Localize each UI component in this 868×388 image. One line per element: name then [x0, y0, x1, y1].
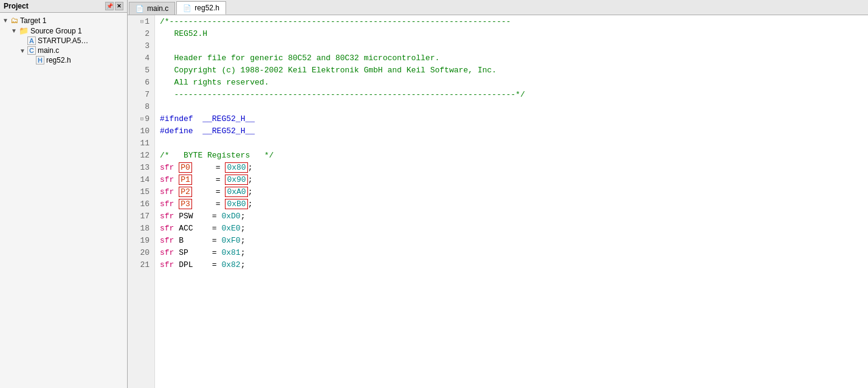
code-line-6: All rights reserved. — [160, 76, 863, 88]
code-line-19: sfr B = 0xF0; — [160, 234, 863, 246]
code-text: /*--------------------------------------… — [160, 17, 511, 26]
code-text: All rights reserved. — [160, 78, 269, 87]
tree-item-main-c[interactable]: ▼ C main.c — [0, 46, 127, 55]
code-hex-0x80: 0x80 — [225, 162, 247, 173]
code-text: #ifndef — [160, 114, 193, 123]
code-hex: 0x81 — [221, 248, 240, 257]
editor-area[interactable]: ⊟1 2 3 4 5 6 7 8 ⊟9 10 11 12 13 14 15 16 — [128, 15, 868, 388]
line-num-8: 8 — [128, 100, 154, 113]
code-hex: 0xF0 — [221, 236, 240, 245]
close-icon[interactable]: ✕ — [115, 2, 123, 10]
code-text: Copyright (c) 1988-2002 Keil Elektronik … — [160, 66, 497, 75]
code-text: DPL = — [174, 260, 221, 269]
code-text: REG52.H — [160, 29, 207, 38]
code-line-14: sfr P1 = 0x90; — [160, 173, 863, 185]
code-line-11 — [160, 137, 863, 149]
tab-label-reg52-h: reg52.h — [195, 4, 219, 12]
code-register-p1: P1 — [179, 175, 192, 185]
tree-item-startup[interactable]: A STARTUP.A5… — [0, 36, 127, 46]
tree-item-reg52-h[interactable]: H reg52.h — [0, 55, 127, 65]
line-num-18: 18 — [128, 222, 154, 234]
code-line-10: #define __REG52_H__ — [160, 125, 863, 137]
code-line-7: ----------------------------------------… — [160, 88, 863, 100]
code-register-p0: P0 — [179, 162, 192, 173]
line-num-1: ⊟1 — [128, 15, 154, 27]
line-num-19: 19 — [128, 234, 154, 246]
line-num-20: 20 — [128, 246, 154, 258]
code-text: ; — [241, 248, 246, 257]
code-text: PSW = — [174, 212, 221, 221]
line-num-14: 14 — [128, 173, 154, 185]
line-num-3: 3 — [128, 40, 154, 52]
line-num-7: 7 — [128, 88, 154, 100]
code-line-15: sfr P2 = 0xA0; — [160, 185, 863, 198]
code-text: #define — [160, 126, 193, 136]
tree-label-startup: STARTUP.A5… — [38, 36, 88, 45]
code-sfr: sfr — [160, 187, 174, 196]
code-text — [193, 126, 203, 136]
line-num-9: ⊟9 — [128, 113, 154, 125]
pin-icon[interactable]: 📌 — [105, 2, 114, 10]
code-content: /*--------------------------------------… — [155, 15, 868, 388]
code-hex: 0x82 — [221, 260, 240, 269]
line-num-16: 16 — [128, 198, 154, 210]
code-line-16: sfr P3 = 0xB0; — [160, 198, 863, 210]
tab-icon-main-c: 📄 — [136, 5, 144, 13]
code-text: ; — [248, 199, 253, 209]
tree-item-target1[interactable]: ▼ 🗂 Target 1 — [0, 15, 127, 26]
sidebar-title: Project — [4, 2, 29, 10]
code-text: /* BYTE Registers */ — [160, 151, 274, 160]
code-line-18: sfr ACC = 0xE0; — [160, 222, 863, 234]
file-icon-c: C — [27, 46, 36, 55]
code-text — [174, 199, 179, 209]
sidebar-header-icons: 📌 ✕ — [105, 2, 123, 10]
code-line-12: /* BYTE Registers */ — [160, 149, 863, 161]
line-num-2: 2 — [128, 27, 154, 40]
code-line-20: sfr SP = 0x81; — [160, 246, 863, 258]
code-text: ; — [241, 212, 246, 221]
project-tree: ▼ 🗂 Target 1 ▼ 📁 Source Group 1 A STARTU… — [0, 13, 127, 388]
tab-bar: 📄 main.c 📄 reg52.h — [128, 0, 868, 15]
code-sfr: sfr — [160, 248, 174, 257]
line-num-13: 13 — [128, 161, 154, 173]
line-numbers: ⊟1 2 3 4 5 6 7 8 ⊟9 10 11 12 13 14 15 16 — [128, 15, 155, 388]
code-line-21: sfr DPL = 0x82; — [160, 258, 863, 271]
expand-icon-sg: ▼ — [11, 27, 17, 34]
code-line-8 — [160, 100, 863, 113]
tab-icon-reg52-h: 📄 — [183, 4, 191, 12]
code-text: ; — [248, 163, 253, 172]
code-sfr: sfr — [160, 236, 174, 245]
code-sfr: sfr — [160, 163, 174, 172]
tree-item-source-group1[interactable]: ▼ 📁 Source Group 1 — [0, 26, 127, 36]
code-line-5: Copyright (c) 1988-2002 Keil Elektronik … — [160, 64, 863, 76]
line-num-4: 4 — [128, 52, 154, 64]
code-text: ; — [248, 175, 253, 184]
code-text: B = — [174, 236, 221, 245]
code-text: __REG52_H__ — [202, 126, 255, 136]
code-text: ; — [241, 236, 246, 245]
code-text: __REG52_H__ — [202, 114, 255, 123]
tab-label-main-c: main.c — [147, 4, 168, 13]
code-line-4: Header file for generic 80C52 and 80C32 … — [160, 52, 863, 64]
tree-label-main-c: main.c — [38, 46, 59, 55]
line-num-17: 17 — [128, 210, 154, 222]
file-icon-asm: A — [27, 36, 36, 45]
code-line-17: sfr PSW = 0xD0; — [160, 210, 863, 222]
tab-main-c[interactable]: 📄 main.c — [129, 2, 175, 15]
sidebar-header: Project 📌 ✕ — [0, 0, 127, 13]
code-text: ; — [241, 224, 246, 233]
code-text — [193, 114, 203, 123]
code-hex-0xa0: 0xA0 — [225, 187, 247, 197]
code-sfr: sfr — [160, 212, 174, 221]
code-sfr: sfr — [160, 224, 174, 233]
line-num-6: 6 — [128, 76, 154, 88]
tab-reg52-h[interactable]: 📄 reg52.h — [176, 1, 226, 15]
file-icon-h: H — [36, 56, 44, 64]
code-sfr: sfr — [160, 260, 174, 269]
code-hex: 0xE0 — [221, 224, 240, 233]
code-register-p3: P3 — [179, 199, 192, 209]
line-num-10: 10 — [128, 125, 154, 137]
code-text: = — [192, 187, 226, 196]
code-line-3 — [160, 40, 863, 52]
code-hex-0xb0: 0xB0 — [225, 199, 247, 209]
